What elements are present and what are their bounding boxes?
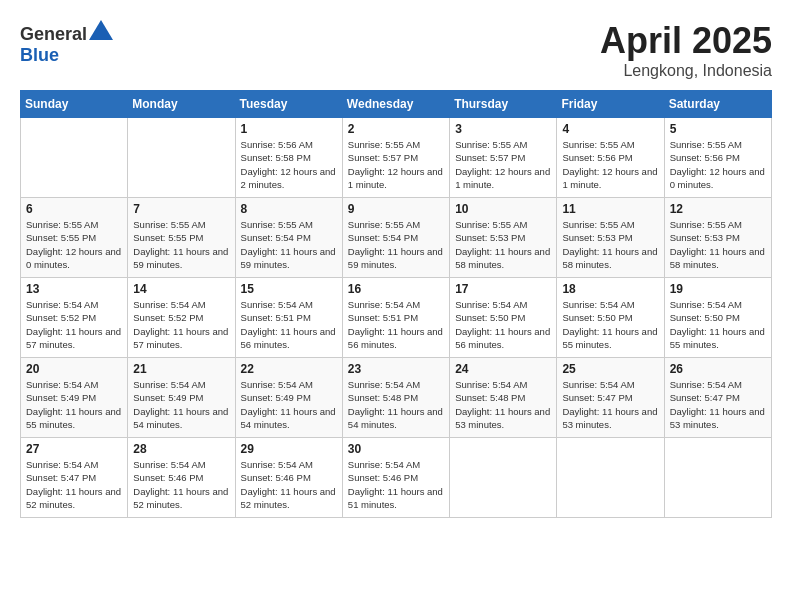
- day-number: 23: [348, 362, 444, 376]
- calendar-cell: 24 Sunrise: 5:54 AMSunset: 5:48 PMDaylig…: [450, 358, 557, 438]
- cell-text: Sunrise: 5:54 AMSunset: 5:49 PMDaylight:…: [26, 379, 121, 430]
- day-number: 27: [26, 442, 122, 456]
- calendar-cell: 4 Sunrise: 5:55 AMSunset: 5:56 PMDayligh…: [557, 118, 664, 198]
- calendar-cell: 18 Sunrise: 5:54 AMSunset: 5:50 PMDaylig…: [557, 278, 664, 358]
- day-number: 28: [133, 442, 229, 456]
- day-number: 3: [455, 122, 551, 136]
- day-number: 10: [455, 202, 551, 216]
- calendar-cell: 25 Sunrise: 5:54 AMSunset: 5:47 PMDaylig…: [557, 358, 664, 438]
- day-number: 12: [670, 202, 766, 216]
- day-number: 2: [348, 122, 444, 136]
- calendar-week-row: 1 Sunrise: 5:56 AMSunset: 5:58 PMDayligh…: [21, 118, 772, 198]
- cell-text: Sunrise: 5:54 AMSunset: 5:47 PMDaylight:…: [26, 459, 121, 510]
- calendar-cell: 6 Sunrise: 5:55 AMSunset: 5:55 PMDayligh…: [21, 198, 128, 278]
- weekday-header-tuesday: Tuesday: [235, 91, 342, 118]
- calendar-cell: 12 Sunrise: 5:55 AMSunset: 5:53 PMDaylig…: [664, 198, 771, 278]
- day-number: 1: [241, 122, 337, 136]
- calendar-cell: [557, 438, 664, 518]
- cell-text: Sunrise: 5:55 AMSunset: 5:54 PMDaylight:…: [348, 219, 443, 270]
- calendar-cell: 9 Sunrise: 5:55 AMSunset: 5:54 PMDayligh…: [342, 198, 449, 278]
- cell-text: Sunrise: 5:54 AMSunset: 5:50 PMDaylight:…: [562, 299, 657, 350]
- day-number: 19: [670, 282, 766, 296]
- logo-icon: [89, 20, 113, 40]
- day-number: 9: [348, 202, 444, 216]
- calendar-week-row: 20 Sunrise: 5:54 AMSunset: 5:49 PMDaylig…: [21, 358, 772, 438]
- calendar-cell: [450, 438, 557, 518]
- calendar-cell: 23 Sunrise: 5:54 AMSunset: 5:48 PMDaylig…: [342, 358, 449, 438]
- day-number: 17: [455, 282, 551, 296]
- weekday-header-saturday: Saturday: [664, 91, 771, 118]
- day-number: 18: [562, 282, 658, 296]
- day-number: 13: [26, 282, 122, 296]
- cell-text: Sunrise: 5:55 AMSunset: 5:54 PMDaylight:…: [241, 219, 336, 270]
- cell-text: Sunrise: 5:54 AMSunset: 5:47 PMDaylight:…: [670, 379, 765, 430]
- weekday-header-thursday: Thursday: [450, 91, 557, 118]
- calendar-cell: 13 Sunrise: 5:54 AMSunset: 5:52 PMDaylig…: [21, 278, 128, 358]
- day-number: 29: [241, 442, 337, 456]
- day-number: 25: [562, 362, 658, 376]
- calendar-cell: 21 Sunrise: 5:54 AMSunset: 5:49 PMDaylig…: [128, 358, 235, 438]
- title-area: April 2025 Lengkong, Indonesia: [600, 20, 772, 80]
- cell-text: Sunrise: 5:55 AMSunset: 5:56 PMDaylight:…: [670, 139, 765, 190]
- cell-text: Sunrise: 5:54 AMSunset: 5:46 PMDaylight:…: [133, 459, 228, 510]
- day-number: 8: [241, 202, 337, 216]
- calendar-week-row: 27 Sunrise: 5:54 AMSunset: 5:47 PMDaylig…: [21, 438, 772, 518]
- calendar-cell: 22 Sunrise: 5:54 AMSunset: 5:49 PMDaylig…: [235, 358, 342, 438]
- day-number: 16: [348, 282, 444, 296]
- cell-text: Sunrise: 5:54 AMSunset: 5:50 PMDaylight:…: [670, 299, 765, 350]
- calendar-cell: 1 Sunrise: 5:56 AMSunset: 5:58 PMDayligh…: [235, 118, 342, 198]
- day-number: 4: [562, 122, 658, 136]
- cell-text: Sunrise: 5:55 AMSunset: 5:57 PMDaylight:…: [348, 139, 443, 190]
- day-number: 11: [562, 202, 658, 216]
- day-number: 26: [670, 362, 766, 376]
- calendar-cell: 2 Sunrise: 5:55 AMSunset: 5:57 PMDayligh…: [342, 118, 449, 198]
- calendar-cell: 30 Sunrise: 5:54 AMSunset: 5:46 PMDaylig…: [342, 438, 449, 518]
- calendar-cell: [21, 118, 128, 198]
- cell-text: Sunrise: 5:54 AMSunset: 5:52 PMDaylight:…: [133, 299, 228, 350]
- cell-text: Sunrise: 5:56 AMSunset: 5:58 PMDaylight:…: [241, 139, 336, 190]
- cell-text: Sunrise: 5:54 AMSunset: 5:48 PMDaylight:…: [455, 379, 550, 430]
- svg-marker-0: [89, 20, 113, 40]
- cell-text: Sunrise: 5:54 AMSunset: 5:46 PMDaylight:…: [348, 459, 443, 510]
- calendar-table: SundayMondayTuesdayWednesdayThursdayFrid…: [20, 90, 772, 518]
- cell-text: Sunrise: 5:54 AMSunset: 5:52 PMDaylight:…: [26, 299, 121, 350]
- calendar-cell: [128, 118, 235, 198]
- calendar-cell: 7 Sunrise: 5:55 AMSunset: 5:55 PMDayligh…: [128, 198, 235, 278]
- cell-text: Sunrise: 5:55 AMSunset: 5:55 PMDaylight:…: [133, 219, 228, 270]
- calendar-cell: 17 Sunrise: 5:54 AMSunset: 5:50 PMDaylig…: [450, 278, 557, 358]
- logo-blue: Blue: [20, 45, 59, 65]
- calendar-cell: 10 Sunrise: 5:55 AMSunset: 5:53 PMDaylig…: [450, 198, 557, 278]
- cell-text: Sunrise: 5:54 AMSunset: 5:46 PMDaylight:…: [241, 459, 336, 510]
- day-number: 6: [26, 202, 122, 216]
- day-number: 20: [26, 362, 122, 376]
- day-number: 14: [133, 282, 229, 296]
- cell-text: Sunrise: 5:54 AMSunset: 5:47 PMDaylight:…: [562, 379, 657, 430]
- cell-text: Sunrise: 5:55 AMSunset: 5:55 PMDaylight:…: [26, 219, 121, 270]
- weekday-header-friday: Friday: [557, 91, 664, 118]
- cell-text: Sunrise: 5:54 AMSunset: 5:49 PMDaylight:…: [133, 379, 228, 430]
- logo-text: General Blue: [20, 20, 113, 66]
- cell-text: Sunrise: 5:55 AMSunset: 5:56 PMDaylight:…: [562, 139, 657, 190]
- day-number: 5: [670, 122, 766, 136]
- calendar-subtitle: Lengkong, Indonesia: [600, 62, 772, 80]
- logo: General Blue: [20, 20, 113, 66]
- calendar-cell: 16 Sunrise: 5:54 AMSunset: 5:51 PMDaylig…: [342, 278, 449, 358]
- calendar-cell: 15 Sunrise: 5:54 AMSunset: 5:51 PMDaylig…: [235, 278, 342, 358]
- cell-text: Sunrise: 5:54 AMSunset: 5:51 PMDaylight:…: [348, 299, 443, 350]
- calendar-week-row: 13 Sunrise: 5:54 AMSunset: 5:52 PMDaylig…: [21, 278, 772, 358]
- calendar-cell: 20 Sunrise: 5:54 AMSunset: 5:49 PMDaylig…: [21, 358, 128, 438]
- cell-text: Sunrise: 5:54 AMSunset: 5:50 PMDaylight:…: [455, 299, 550, 350]
- calendar-cell: 29 Sunrise: 5:54 AMSunset: 5:46 PMDaylig…: [235, 438, 342, 518]
- calendar-cell: 28 Sunrise: 5:54 AMSunset: 5:46 PMDaylig…: [128, 438, 235, 518]
- calendar-week-row: 6 Sunrise: 5:55 AMSunset: 5:55 PMDayligh…: [21, 198, 772, 278]
- day-number: 22: [241, 362, 337, 376]
- cell-text: Sunrise: 5:54 AMSunset: 5:48 PMDaylight:…: [348, 379, 443, 430]
- calendar-title: April 2025: [600, 20, 772, 62]
- cell-text: Sunrise: 5:54 AMSunset: 5:49 PMDaylight:…: [241, 379, 336, 430]
- calendar-cell: 26 Sunrise: 5:54 AMSunset: 5:47 PMDaylig…: [664, 358, 771, 438]
- day-number: 15: [241, 282, 337, 296]
- page-header: General Blue April 2025 Lengkong, Indone…: [20, 20, 772, 80]
- weekday-header-wednesday: Wednesday: [342, 91, 449, 118]
- day-number: 24: [455, 362, 551, 376]
- cell-text: Sunrise: 5:55 AMSunset: 5:53 PMDaylight:…: [670, 219, 765, 270]
